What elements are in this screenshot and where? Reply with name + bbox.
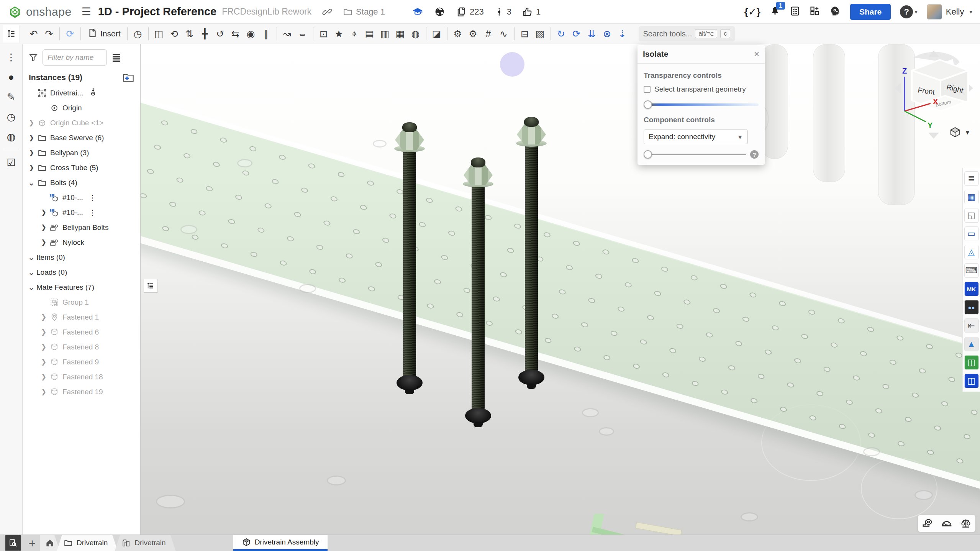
- checkbox[interactable]: [644, 86, 651, 93]
- bolt-1-shaft[interactable]: [403, 148, 416, 378]
- screw-relation-button[interactable]: ∿: [496, 26, 511, 42]
- app-store-button[interactable]: [810, 6, 820, 18]
- notifications-button[interactable]: 1: [770, 6, 780, 18]
- notes-icon[interactable]: ✎: [3, 89, 20, 105]
- bolt-2-shaft[interactable]: [472, 184, 485, 411]
- insert-button[interactable]: Insert: [84, 26, 125, 42]
- bolt-3-shaft[interactable]: [525, 143, 538, 373]
- chevron-down-icon[interactable]: ⌄: [26, 180, 36, 185]
- pinwheel-app-button[interactable]: ◬: [964, 245, 979, 259]
- help-icon[interactable]: ?: [750, 150, 759, 159]
- home-tab-button[interactable]: [40, 535, 60, 551]
- chevron-right-icon[interactable]: ❯: [39, 239, 49, 246]
- bolt-2-tip[interactable]: [474, 422, 483, 427]
- mate-connector-sphere[interactable]: [500, 52, 524, 77]
- parallel-mate-button[interactable]: ∥: [259, 26, 274, 42]
- model-viewport[interactable]: [141, 44, 980, 535]
- appearance-groups-button[interactable]: ◍: [408, 26, 423, 42]
- cylindrical-mate-button[interactable]: ↺: [213, 26, 228, 42]
- tree-row-items-section[interactable]: ⌄Items (0): [23, 250, 140, 265]
- view-settings-button[interactable]: ▼: [949, 126, 970, 138]
- feature-script-button[interactable]: {✓}: [744, 7, 760, 17]
- expand-mode-select[interactable]: Expand: connectivity ▼: [644, 130, 748, 144]
- animate-loop-button[interactable]: ⟳: [569, 26, 584, 42]
- filter-funnel-icon[interactable]: [28, 52, 39, 63]
- close-icon[interactable]: ×: [754, 49, 759, 59]
- tree-row-mate-features-section[interactable]: ⌄Mate Features (7): [23, 280, 140, 295]
- select-parts-button[interactable]: ⌖: [347, 26, 362, 42]
- undo-button[interactable]: ↶: [26, 26, 41, 42]
- standard-content-button[interactable]: ★: [331, 26, 347, 42]
- tree-row-bolt-10-a[interactable]: #10-...⋮: [35, 190, 140, 205]
- planar-mate-button[interactable]: ╋: [197, 26, 213, 42]
- configuration-dots-icon[interactable]: ⋮: [88, 194, 96, 202]
- copies-stat[interactable]: 223: [456, 7, 484, 17]
- search-tabs-button[interactable]: [5, 535, 21, 551]
- insert-bom-button[interactable]: ▧: [533, 26, 548, 42]
- snapshot-drop-button[interactable]: ⇣: [615, 26, 630, 42]
- slider-thumb[interactable]: [644, 150, 652, 159]
- list-view-icon[interactable]: [111, 52, 122, 63]
- versions-stat[interactable]: 3: [495, 7, 511, 17]
- bolt-2-cap[interactable]: [471, 157, 485, 167]
- protractor-button[interactable]: [941, 518, 952, 529]
- tree-row-cross-tube[interactable]: ❯Cross Tube (5): [23, 160, 140, 175]
- edit-in-context-button[interactable]: ◪: [429, 26, 444, 42]
- pattern-button[interactable]: ▦: [393, 26, 408, 42]
- replicate-button[interactable]: ▥: [377, 26, 393, 42]
- filter-input[interactable]: [43, 49, 107, 66]
- chevron-right-icon[interactable]: ❯: [39, 344, 49, 350]
- mkcad-app-button[interactable]: MK: [964, 282, 979, 296]
- bolt-3-tip[interactable]: [527, 384, 536, 389]
- share-button[interactable]: Share: [850, 4, 891, 20]
- collapse-parts-button[interactable]: ⊗: [600, 26, 615, 42]
- transparent-green-plate[interactable]: [141, 89, 980, 509]
- chevron-right-icon[interactable]: ❯: [39, 329, 49, 335]
- chevron-down-icon[interactable]: ⌄: [26, 255, 36, 260]
- tree-row-root-assembly[interactable]: Drivetrai...: [23, 85, 140, 100]
- collapse-tree-button[interactable]: [144, 279, 157, 293]
- gear-relation-button[interactable]: ⚙: [465, 26, 481, 42]
- assembly-tree-toggle-button[interactable]: [3, 25, 20, 43]
- tab-drivetrain-assembly[interactable]: Drivetrain Assembly: [233, 535, 328, 551]
- tree-row-nylock[interactable]: ❯Nylock: [35, 235, 140, 250]
- bolt-2-head[interactable]: [465, 408, 491, 423]
- stopwatch-icon[interactable]: ◷: [3, 108, 20, 125]
- edu-badge[interactable]: [412, 6, 423, 18]
- tasks-button[interactable]: [790, 6, 800, 18]
- likes-stat[interactable]: 1: [522, 7, 541, 17]
- pin-slot-mate-button[interactable]: ⇆: [228, 26, 243, 42]
- relations-button[interactable]: ⚙: [450, 26, 465, 42]
- bolt-1-head[interactable]: [397, 375, 423, 390]
- tree-row-bolt-10-b[interactable]: ❯#10-...⋮: [35, 205, 140, 220]
- slider-mate-button[interactable]: ⇅: [182, 26, 197, 42]
- copy-link-button[interactable]: [322, 7, 332, 17]
- chevron-right-icon[interactable]: ❯: [26, 134, 36, 141]
- slider-track[interactable]: [644, 154, 746, 155]
- chevron-right-icon[interactable]: ❯: [26, 120, 36, 126]
- derived-part-button[interactable]: ◱: [964, 208, 979, 223]
- learning-center-icon[interactable]: ◍: [3, 128, 20, 145]
- tree-row-fastened-9[interactable]: ❯Fastened 9: [35, 354, 140, 369]
- bolt-3-cap[interactable]: [524, 117, 539, 127]
- add-folder-icon[interactable]: [123, 72, 134, 82]
- structure-list-button[interactable]: ≣: [964, 171, 979, 186]
- blue-book-app-button[interactable]: ◫: [964, 374, 979, 388]
- tab-drivetrain-partstudio[interactable]: Drivetrain: [115, 535, 175, 551]
- expand-distance-slider[interactable]: [644, 150, 746, 159]
- slider-track[interactable]: [644, 103, 759, 106]
- mountain-app-button[interactable]: ▲: [964, 337, 979, 351]
- fix-pin-icon[interactable]: [89, 87, 97, 99]
- transparency-slider[interactable]: [644, 100, 759, 109]
- shortcut-keys-button[interactable]: ⌨: [964, 263, 979, 278]
- chevron-right-icon[interactable]: ❯: [39, 314, 49, 320]
- hamburger-menu-icon[interactable]: ☰: [82, 7, 91, 17]
- named-positions-button[interactable]: ▤: [362, 26, 377, 42]
- tree-row-base-swerve[interactable]: ❯Base Swerve (6): [23, 130, 140, 145]
- tree-row-fastened-1[interactable]: ❯Fastened 1: [35, 310, 140, 325]
- mass-properties-button[interactable]: [960, 518, 972, 529]
- comments-icon[interactable]: ●: [3, 69, 20, 85]
- tree-row-fastened-18[interactable]: ❯Fastened 18: [35, 369, 140, 384]
- chevron-right-icon[interactable]: ❯: [39, 389, 49, 395]
- tree-row-bellypan[interactable]: ❯Bellypan (3): [23, 145, 140, 160]
